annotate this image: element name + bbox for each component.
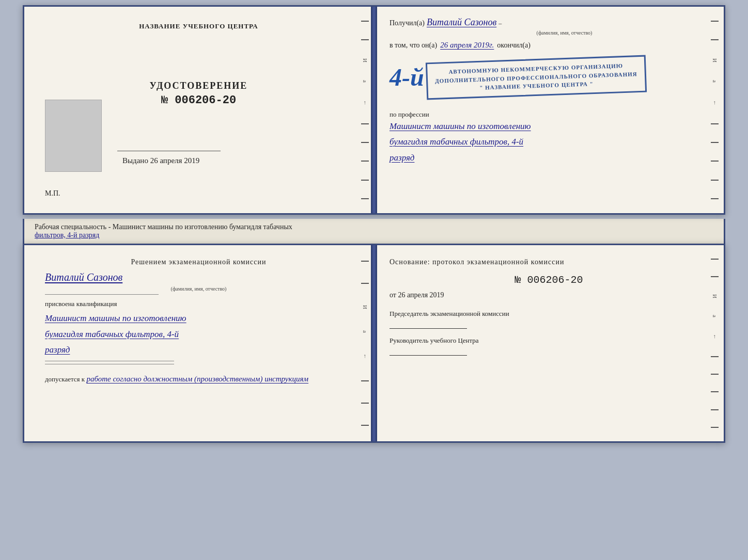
edge-dash: [711, 123, 719, 124]
rukovoditel-signature-line: [389, 355, 467, 356]
edge-dash: [711, 180, 719, 181]
edge-dash: [361, 39, 369, 40]
edge-dash: [711, 161, 719, 162]
edge-dash: [711, 21, 719, 22]
top-certificate-book: НАЗВАНИЕ УЧЕБНОГО ЦЕНТРА УДОСТОВЕРЕНИЕ №…: [23, 5, 725, 215]
edge-dash: [711, 427, 719, 428]
dopuskaetsya-value: работе согласно должностным (производств…: [86, 375, 308, 383]
rukovoditel-block: Руководитель учебного Центра: [389, 337, 708, 356]
profession-line2: бумагидля табачных фильтров, 4-й: [389, 134, 708, 150]
photo-placeholder: [45, 100, 102, 172]
edge-dash: [711, 259, 719, 260]
top-right-page: И а ← Получил(а) Виталий Сазонов – (фами…: [374, 7, 724, 213]
edge-dash: [711, 374, 719, 375]
right-edge-decoration-bottom-right: И а ←: [706, 245, 724, 441]
edge-letter: И: [712, 58, 718, 62]
fio-hint-bottom: (фамилия, имя, отчество): [45, 286, 352, 292]
profession-line3: разряд: [389, 150, 708, 166]
edge-dash: [361, 403, 369, 404]
edge-dash: [361, 425, 369, 426]
predsedatel-block: Председатель экзаменационной комиссии: [389, 310, 708, 329]
edge-dash: [361, 180, 369, 181]
rukovoditel-label: Руководитель учебного Центра: [389, 337, 708, 345]
book-spine-bottom: [371, 245, 377, 441]
poluchil-line: Получил(а) Виталий Сазонов –: [389, 17, 708, 28]
stamp-box: АВТОНОМНУЮ НЕКОММЕРЧЕСКУЮ ОРГАНИЗАЦИЮ ДО…: [426, 55, 647, 100]
edge-dash: [361, 123, 369, 124]
po-professii: по профессии: [389, 110, 708, 119]
edge-letter: И: [362, 305, 368, 309]
predsedatel-signature-line: [389, 328, 467, 329]
edge-dash: [711, 276, 719, 277]
edge-dash: [361, 380, 369, 381]
bottom-right-page: И а ← Основание: протокол экзаменационно…: [374, 245, 724, 441]
top-left-page: НАЗВАНИЕ УЧЕБНОГО ЦЕНТРА УДОСТОВЕРЕНИЕ №…: [24, 7, 374, 213]
qualification-line2: бумагидля табачных фильтров, 4-й: [45, 327, 352, 343]
mp-label: М.П.: [45, 189, 60, 198]
book-spine: [371, 7, 377, 213]
edge-letter: ←: [712, 100, 718, 106]
document-type-label: УДОСТОВЕРЕНИЕ: [150, 81, 248, 91]
edge-dash: [711, 39, 719, 40]
edge-dash: [361, 21, 369, 22]
edge-letter: ←: [362, 100, 368, 106]
vydano-line: Выдано 26 апреля 2019: [122, 156, 352, 165]
edge-dash: [361, 198, 369, 199]
bottom-number: № 006206-20: [389, 274, 708, 286]
recipient-name-bottom: Виталий Сазонов: [45, 271, 352, 283]
edge-dash: [711, 198, 719, 199]
profession-line1: Машинист машины по изготовлению: [389, 119, 708, 135]
edge-letter: а: [712, 80, 718, 83]
edge-dash: [711, 409, 719, 410]
osnovanie-label: Основание: протокол экзаменационной коми…: [389, 258, 708, 266]
edge-letter: а: [362, 330, 368, 333]
edge-dash: [711, 142, 719, 143]
ot-date-line: от 26 апреля 2019: [389, 291, 708, 299]
recipient-name: Виталий Сазонов: [427, 17, 496, 28]
edge-dash: [361, 283, 369, 284]
edge-letter: ←: [362, 354, 368, 359]
edge-letter: ←: [712, 334, 718, 340]
edge-dash: [361, 261, 369, 262]
edge-letter: И: [362, 58, 368, 62]
edge-dash: [361, 142, 369, 143]
vtom-date: 26 апреля 2019г.: [440, 41, 494, 50]
edge-dash: [711, 356, 719, 357]
four-badge: 4-й: [389, 65, 424, 90]
prisvoyena-label: присвоена квалификация: [45, 300, 352, 308]
specialty-bar: Рабочая специальность - Машинист машины …: [23, 219, 725, 244]
resheniyem-label: Решением экзаменационной комиссии: [45, 258, 352, 266]
edge-dash: [361, 161, 369, 162]
right-edge-decoration: И а ←: [706, 7, 724, 213]
bottom-left-page: Решением экзаменационной комиссии Витали…: [24, 245, 374, 441]
vtom-chto-line: в том, что он(а) 26 апреля 2019г. окончи…: [389, 41, 708, 50]
edge-letter: а: [712, 315, 718, 317]
dopuskaetsya-text: допускается к работе согласно должностны…: [45, 375, 352, 383]
specialty-underlined: фильтров, 4-й разряд: [35, 231, 99, 239]
edge-letter: И: [712, 294, 718, 298]
edge-letter: а: [362, 80, 368, 83]
bottom-certificate-book: Решением экзаменационной комиссии Витали…: [23, 244, 725, 443]
training-center-header: НАЗВАНИЕ УЧЕБНОГО ЦЕНТРА: [139, 22, 258, 30]
qualification-line3: разряд: [45, 342, 352, 358]
predsedatel-label: Председатель экзаменационной комиссии: [389, 310, 708, 318]
edge-dash: [711, 391, 719, 392]
specialty-prefix: Рабочая специальность - Машинист машины …: [35, 223, 292, 231]
qualification-line1: Машинист машины по изготовлению: [45, 311, 352, 327]
fio-hint: (фамилия, имя, отчество): [420, 30, 708, 36]
document-number: № 006206-20: [161, 94, 236, 107]
